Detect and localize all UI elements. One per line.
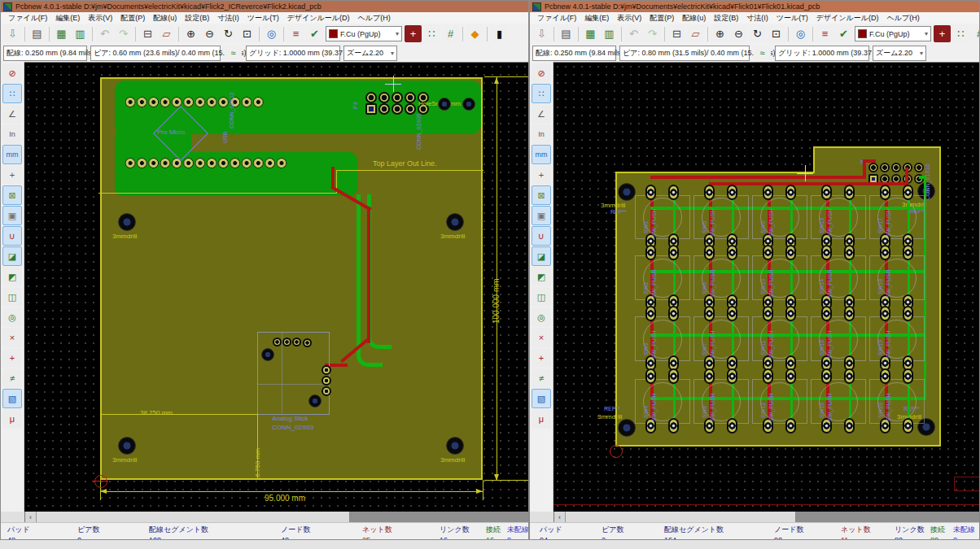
menu-item-4[interactable]: 配線(u) bbox=[149, 13, 181, 24]
zoom-in-icon[interactable]: ⊕ bbox=[711, 25, 728, 42]
title-bar[interactable]: Pcbnew 4.0.1-stable D:¥jm¥Documents¥elec… bbox=[1, 1, 528, 12]
plot-icon[interactable]: ▱ bbox=[687, 25, 704, 42]
polar-coords-icon[interactable]: ∠ bbox=[2, 104, 22, 124]
via-display-icon[interactable]: ◎ bbox=[532, 307, 551, 327]
find-icon[interactable]: ◎ bbox=[263, 25, 280, 42]
redo-icon[interactable]: ↷ bbox=[115, 25, 132, 42]
layer-manager-toggle-icon[interactable]: + bbox=[934, 25, 951, 42]
grid-dots-icon[interactable]: ∷ bbox=[423, 25, 440, 42]
via-size-combo[interactable]: ビア: 0.60 mm (23.6 mils)/ 0.40 mm (15.7 m… bbox=[90, 46, 221, 61]
horizontal-scrollbar[interactable]: ‹ bbox=[1, 512, 528, 522]
cursor-shape-icon[interactable]: + bbox=[2, 165, 22, 185]
title-bar[interactable]: Pcbnew 4.0.1-stable D:¥jm¥Documents¥elec… bbox=[530, 1, 979, 12]
layer-manager-toggle-icon[interactable]: + bbox=[405, 25, 422, 42]
grid-visibility-icon[interactable]: ∷ bbox=[532, 84, 551, 103]
menu-item-7[interactable]: ツール(T) bbox=[243, 13, 283, 24]
ratsnest-show-icon[interactable]: ⊠ bbox=[2, 185, 22, 205]
grid-axes-icon[interactable]: # bbox=[971, 25, 979, 42]
menu-item-8[interactable]: デザインルール(D) bbox=[283, 13, 354, 24]
units-mm-icon[interactable]: mm bbox=[532, 145, 551, 164]
microwave-icon[interactable]: μ bbox=[532, 409, 551, 429]
module-ratsnest-icon[interactable]: ▣ bbox=[532, 206, 551, 225]
module-editor-icon[interactable]: ▦ bbox=[582, 25, 599, 42]
track-width-combo[interactable]: 配線: 0.250 mm (9.84 mils) *▾ bbox=[532, 46, 616, 61]
ratsnest-show-icon[interactable]: ⊠ bbox=[532, 185, 551, 205]
menu-item-1[interactable]: 編集(E) bbox=[580, 13, 613, 24]
menu-item-2[interactable]: 表示(V) bbox=[613, 13, 645, 24]
track-drag-icon[interactable]: × bbox=[2, 328, 22, 347]
layer-manager-icon[interactable]: ▧ bbox=[532, 389, 551, 408]
undo-icon[interactable]: ↶ bbox=[625, 25, 642, 42]
grid-combo[interactable]: グリッド: 1.0000 mm (39.37 mils)▾ bbox=[775, 46, 869, 61]
menu-item-9[interactable]: ヘルプ(H) bbox=[883, 13, 924, 24]
units-inch-icon[interactable]: In bbox=[532, 124, 551, 144]
zoom-in-icon[interactable]: ⊕ bbox=[182, 25, 199, 42]
drc-icon[interactable]: ✔ bbox=[306, 25, 323, 42]
zoom-fit-icon[interactable]: ⊡ bbox=[768, 25, 785, 42]
zones-hide-icon[interactable]: ◩ bbox=[2, 267, 22, 286]
track-display-icon[interactable]: ≠ bbox=[2, 368, 22, 388]
pcb-canvas-flick2[interactable]: CONN_02X12 USB Pro Micro P3 CONN_02X05 H… bbox=[24, 62, 528, 512]
menu-item-3[interactable]: 配置(P) bbox=[116, 13, 149, 24]
python-console-icon[interactable]: ▮ bbox=[491, 25, 508, 42]
freeroute-icon[interactable]: ◆ bbox=[466, 25, 483, 42]
zoom-fit-icon[interactable]: ⊡ bbox=[238, 25, 256, 42]
print-icon[interactable]: ⊟ bbox=[139, 25, 156, 42]
menu-item-8[interactable]: デザインルール(D) bbox=[812, 13, 883, 24]
zoom-redraw-icon[interactable]: ↻ bbox=[749, 25, 766, 42]
via-size-combo[interactable]: ビア: 0.80 mm (31.5 mils)/ 0.40 mm (15.7 m… bbox=[619, 46, 750, 61]
zones-outline-icon[interactable]: ◫ bbox=[2, 287, 22, 307]
zones-outline-icon[interactable]: ◫ bbox=[532, 287, 551, 307]
pcb-canvas-flick01[interactable]: 3mmdrill REF** 3mmdrill REF** REF** 3mmd… bbox=[553, 62, 979, 512]
scrollbar-thumb[interactable] bbox=[37, 512, 350, 522]
grid-visibility-icon[interactable]: ∷ bbox=[2, 84, 22, 103]
autodel-track-icon[interactable]: ∪ bbox=[2, 226, 22, 246]
find-icon[interactable]: ◎ bbox=[792, 25, 809, 42]
zoom-combo[interactable]: ズーム2.20▾ bbox=[873, 46, 926, 61]
scroll-left-icon[interactable]: ‹ bbox=[554, 512, 566, 522]
zoom-redraw-icon[interactable]: ↻ bbox=[220, 25, 237, 42]
module-editor-icon[interactable]: ▦ bbox=[53, 25, 70, 42]
zoom-out-icon[interactable]: ⊖ bbox=[201, 25, 218, 42]
horizontal-scrollbar[interactable]: ‹ bbox=[530, 512, 979, 522]
grid-combo[interactable]: グリッド: 1.0000 mm (39.37 mils)▾ bbox=[246, 46, 340, 61]
menu-item-6[interactable]: 寸法(I) bbox=[742, 13, 772, 24]
cursor-shape-icon[interactable]: + bbox=[532, 165, 551, 185]
save-board-icon[interactable]: ⇩ bbox=[4, 25, 21, 42]
track-width-combo[interactable]: 配線: 0.250 mm (9.84 mils) *▾ bbox=[3, 46, 87, 61]
zones-show-icon[interactable]: ◪ bbox=[2, 246, 22, 266]
menu-item-1[interactable]: 編集(E) bbox=[51, 13, 84, 24]
grid-dots-icon[interactable]: ∷ bbox=[952, 25, 969, 42]
autodel-track-icon[interactable]: ∪ bbox=[532, 226, 551, 246]
track-width-display-icon[interactable]: ≈ bbox=[754, 45, 771, 62]
redo-icon[interactable]: ↷ bbox=[644, 25, 661, 42]
track-drag-icon[interactable]: × bbox=[532, 328, 551, 347]
menu-item-4[interactable]: 配線(u) bbox=[678, 13, 710, 24]
menu-item-7[interactable]: ツール(T) bbox=[772, 13, 812, 24]
zones-show-icon[interactable]: ◪ bbox=[532, 246, 551, 266]
drc-icon[interactable]: ✔ bbox=[835, 25, 852, 42]
via-display-icon[interactable]: ◎ bbox=[2, 307, 22, 327]
page-settings-icon[interactable]: ▤ bbox=[28, 25, 46, 42]
netlist-icon[interactable]: ≡ bbox=[287, 25, 304, 42]
menu-item-0[interactable]: ファイル(F) bbox=[533, 13, 580, 24]
menu-item-0[interactable]: ファイル(F) bbox=[4, 13, 51, 24]
layer-manager-icon[interactable]: ▧ bbox=[2, 389, 22, 408]
grid-axes-icon[interactable]: # bbox=[442, 25, 459, 42]
menu-item-9[interactable]: ヘルプ(H) bbox=[354, 13, 395, 24]
track-add-icon[interactable]: + bbox=[532, 348, 551, 368]
menu-item-5[interactable]: 設定(B) bbox=[181, 13, 213, 24]
zones-hide-icon[interactable]: ◩ bbox=[532, 267, 551, 286]
library-browser-icon[interactable]: ▥ bbox=[72, 25, 89, 42]
menu-item-6[interactable]: 寸法(I) bbox=[213, 13, 243, 24]
page-settings-icon[interactable]: ▤ bbox=[558, 25, 575, 42]
zoom-combo[interactable]: ズーム2.20▾ bbox=[343, 46, 397, 61]
menu-item-2[interactable]: 表示(V) bbox=[84, 13, 116, 24]
netlist-icon[interactable]: ≡ bbox=[816, 25, 833, 42]
plot-icon[interactable]: ▱ bbox=[158, 25, 175, 42]
undo-icon[interactable]: ↶ bbox=[96, 25, 113, 42]
microwave-icon[interactable]: μ bbox=[2, 409, 22, 429]
track-display-icon[interactable]: ≠ bbox=[532, 368, 551, 388]
save-board-icon[interactable]: ⇩ bbox=[533, 25, 550, 42]
module-ratsnest-icon[interactable]: ▣ bbox=[2, 206, 22, 225]
